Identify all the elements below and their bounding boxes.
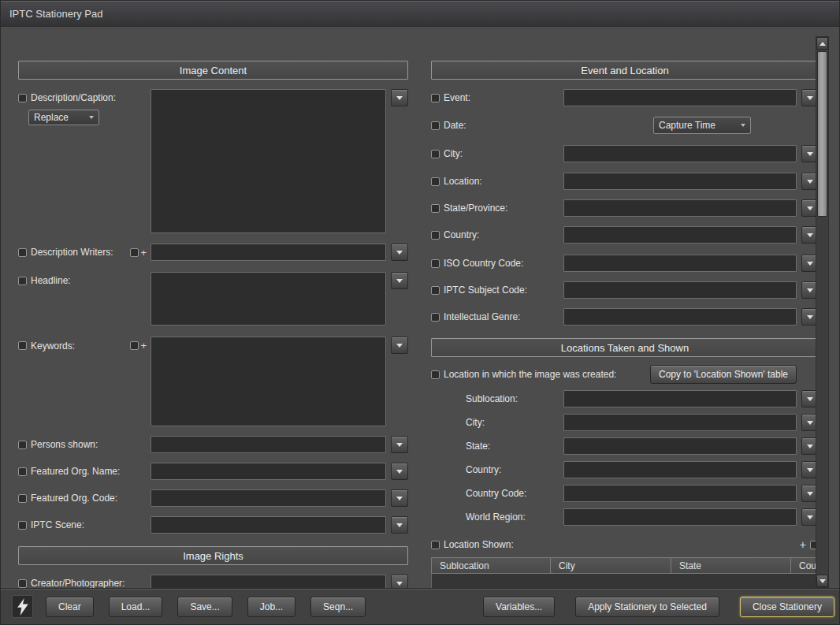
location-shown-add-button[interactable]: + bbox=[800, 538, 806, 551]
featured-org-code-checkbox[interactable] bbox=[18, 494, 27, 503]
column-header-city[interactable]: City bbox=[551, 558, 671, 573]
clear-button[interactable]: Clear bbox=[46, 597, 94, 617]
iptc-subject-code-checkbox[interactable] bbox=[431, 286, 440, 295]
country-labelcol: Country: bbox=[431, 229, 563, 240]
created-city-input[interactable] bbox=[563, 414, 797, 431]
apply-stationery-button[interactable]: Apply Stationery to Selected bbox=[575, 597, 719, 617]
description-writers-checkbox[interactable] bbox=[18, 248, 27, 257]
save-button[interactable]: Save... bbox=[177, 597, 232, 617]
creator-photographer-input[interactable] bbox=[151, 575, 386, 588]
description-mode-value: Replace bbox=[34, 112, 69, 123]
keywords-dropdown-button[interactable] bbox=[391, 337, 408, 354]
description-caption-dropdown-button[interactable] bbox=[391, 89, 408, 106]
description-writers-labelcol: Description Writers: + bbox=[18, 247, 151, 259]
keywords-plus[interactable]: + bbox=[140, 340, 147, 352]
iso-country-code-input[interactable] bbox=[563, 255, 797, 272]
lightning-bolt-icon bbox=[17, 598, 28, 616]
persons-shown-input[interactable] bbox=[151, 436, 386, 453]
featured-org-code-labelcol: Featured Org. Code: bbox=[18, 493, 151, 504]
sublocation-row: Sublocation: bbox=[431, 390, 819, 407]
sublocation-input[interactable] bbox=[563, 390, 797, 407]
state-province-checkbox[interactable] bbox=[431, 204, 440, 213]
location-created-checkbox[interactable] bbox=[431, 370, 440, 379]
column-header-sublocation[interactable]: Sublocation bbox=[432, 558, 551, 573]
chevron-down-icon bbox=[807, 233, 813, 237]
description-writers-dropdown-button[interactable] bbox=[391, 244, 408, 261]
city-checkbox[interactable] bbox=[431, 150, 440, 158]
featured-org-code-input[interactable] bbox=[151, 489, 386, 507]
created-country-code-input[interactable] bbox=[563, 485, 797, 502]
chevron-down-icon bbox=[807, 492, 813, 496]
featured-org-name-dropdown-button[interactable] bbox=[391, 463, 408, 480]
copy-to-location-shown-button[interactable]: Copy to 'Location Shown' table bbox=[650, 365, 797, 384]
footer-bar: Clear Load... Save... Job... Seqn... Var… bbox=[1, 588, 839, 624]
scroll-up-button[interactable] bbox=[816, 37, 828, 50]
sublocation-label: Sublocation: bbox=[466, 393, 563, 404]
creator-photographer-dropdown-button[interactable] bbox=[391, 575, 408, 588]
iptc-scene-dropdown-button[interactable] bbox=[391, 516, 408, 534]
event-checkbox[interactable] bbox=[431, 94, 440, 102]
featured-org-code-dropdown-button[interactable] bbox=[391, 489, 408, 507]
description-caption-checkbox[interactable] bbox=[18, 94, 27, 102]
chevron-down-icon bbox=[807, 180, 813, 184]
image-content-header-label: Image Content bbox=[180, 65, 247, 76]
event-input[interactable] bbox=[563, 89, 797, 106]
created-state-label: State: bbox=[466, 441, 563, 452]
description-caption-textarea[interactable] bbox=[151, 89, 386, 233]
created-country-input[interactable] bbox=[563, 461, 797, 478]
chevron-down-icon bbox=[396, 344, 403, 348]
country-checkbox[interactable] bbox=[431, 231, 440, 240]
iptc-scene-row: IPTC Scene: bbox=[18, 516, 408, 534]
title-bar[interactable]: IPTC Stationery Pad bbox=[1, 1, 839, 27]
column-header-state[interactable]: State bbox=[671, 558, 791, 573]
iptc-scene-checkbox[interactable] bbox=[18, 521, 27, 530]
iso-country-code-checkbox[interactable] bbox=[431, 259, 440, 268]
keywords-textarea[interactable] bbox=[151, 337, 386, 426]
scroll-down-button[interactable] bbox=[816, 575, 828, 587]
iptc-scene-labelcol: IPTC Scene: bbox=[18, 519, 151, 530]
headline-textarea[interactable] bbox=[151, 272, 386, 326]
vertical-scrollbar[interactable] bbox=[816, 36, 829, 588]
footer-right-buttons: Variables... Apply Stationery to Selecte… bbox=[483, 597, 834, 617]
created-country-code-row: Country Code: bbox=[431, 485, 819, 502]
scrollbar-thumb[interactable] bbox=[817, 51, 827, 217]
world-region-input[interactable] bbox=[563, 508, 797, 526]
description-writers-plus[interactable]: + bbox=[140, 247, 147, 259]
created-state-input[interactable] bbox=[563, 437, 797, 455]
date-source-select[interactable]: Capture Time bbox=[653, 117, 751, 134]
featured-org-name-input[interactable] bbox=[151, 463, 386, 480]
country-input[interactable] bbox=[563, 226, 797, 244]
location-input[interactable] bbox=[563, 173, 797, 190]
description-mode-select[interactable]: Replace bbox=[28, 110, 99, 125]
image-content-column: Image Content Description/Caption: Repla… bbox=[18, 61, 408, 588]
close-stationery-button[interactable]: Close Stationery bbox=[740, 597, 834, 617]
seqn-button[interactable]: Seqn... bbox=[310, 597, 366, 617]
state-province-input[interactable] bbox=[563, 199, 797, 217]
featured-org-name-checkbox[interactable] bbox=[18, 467, 27, 476]
iptc-scene-input[interactable] bbox=[151, 516, 386, 534]
column-header-country[interactable]: Country bbox=[791, 558, 818, 573]
intellectual-genre-checkbox[interactable] bbox=[431, 313, 440, 322]
headline-checkbox[interactable] bbox=[18, 277, 27, 285]
creator-photographer-checkbox[interactable] bbox=[18, 579, 27, 588]
stationery-pad-button[interactable] bbox=[12, 595, 33, 618]
variables-button[interactable]: Variables... bbox=[483, 597, 555, 617]
keywords-append-checkbox[interactable] bbox=[130, 341, 139, 350]
load-button[interactable]: Load... bbox=[109, 597, 163, 617]
persons-shown-checkbox[interactable] bbox=[18, 441, 27, 449]
description-writers-append-checkbox[interactable] bbox=[130, 248, 139, 257]
iptc-subject-code-input[interactable] bbox=[563, 281, 797, 299]
description-writers-input[interactable] bbox=[151, 244, 386, 261]
date-checkbox[interactable] bbox=[431, 121, 440, 130]
job-button[interactable]: Job... bbox=[247, 597, 295, 617]
intellectual-genre-input[interactable] bbox=[563, 308, 797, 326]
location-shown-checkbox[interactable] bbox=[431, 541, 440, 549]
dialog-content: Image Content Description/Caption: Repla… bbox=[1, 27, 839, 588]
chevron-down-icon bbox=[396, 443, 403, 447]
city-input[interactable] bbox=[563, 145, 797, 162]
location-checkbox[interactable] bbox=[431, 177, 440, 186]
keywords-checkbox[interactable] bbox=[18, 341, 27, 350]
headline-dropdown-button[interactable] bbox=[391, 272, 408, 289]
location-shown-table-body[interactable] bbox=[431, 574, 819, 588]
persons-shown-dropdown-button[interactable] bbox=[391, 436, 408, 453]
